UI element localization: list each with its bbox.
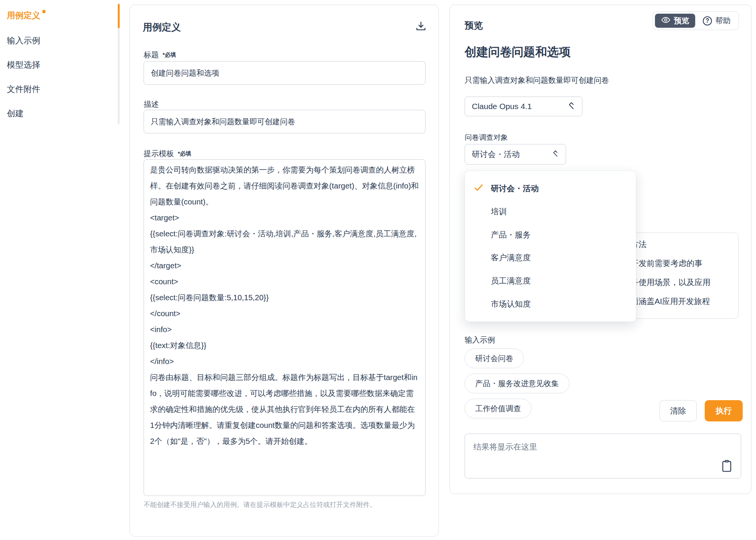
download-icon (415, 28, 427, 33)
help-button-label: 帮助 (715, 16, 731, 26)
sidebar-item-model-selection[interactable]: 模型选择 (7, 59, 40, 71)
use-case-editor-card: 用例定义 标题*必填 描述 提示模板*必填 是贵公司转向数据驱动决策的第一步，你… (130, 5, 439, 537)
prompt-template-textarea[interactable]: 是贵公司转向数据驱动决策的第一步，你需要为每个策划问卷调查的人树立榜样。在创建有… (144, 159, 425, 496)
info-text-fragment: 面涵盖AI应用开发旅程 (631, 292, 710, 311)
menu-item-employee-satisfaction[interactable]: 员工满意度 (465, 269, 636, 293)
preview-tab-label: 预览 (674, 16, 689, 26)
check-icon (473, 182, 484, 195)
menu-item-seminar-event[interactable]: 研讨会・活动 (465, 177, 636, 200)
title-field-label: 标题*必填 (144, 50, 176, 60)
sidebar-item-label: 创建 (7, 109, 24, 118)
preview-tab-button[interactable]: 预览 (655, 14, 695, 28)
sidebar-item-label: 文件附件 (7, 84, 40, 94)
sidebar-item-file-attachments[interactable]: 文件附件 (7, 84, 40, 95)
sidebar-active-indicator (118, 4, 120, 28)
input-examples-label: 输入示例 (465, 335, 495, 345)
unsaved-dot-icon (42, 10, 46, 13)
eye-icon (661, 15, 671, 27)
sidebar-scroll-track (118, 4, 120, 124)
clipboard-icon (721, 468, 732, 473)
required-badge: *必填 (178, 150, 191, 157)
run-button[interactable]: 执行 (705, 400, 743, 421)
menu-item-label: 产品・服务 (491, 230, 531, 240)
editor-card-title: 用例定义 (143, 21, 181, 33)
download-button[interactable] (415, 20, 427, 33)
menu-item-label: 培训 (491, 206, 507, 217)
description-field-label: 描述 (144, 99, 159, 109)
menu-item-training[interactable]: 培训 (465, 200, 636, 223)
preview-panel-title: 预览 (465, 19, 483, 32)
sidebar-item-label: 模型选择 (7, 60, 40, 70)
menu-item-customer-satisfaction[interactable]: 客户满意度 (465, 246, 636, 269)
sidebar-item-label: 输入示例 (7, 36, 40, 45)
menu-item-label: 客户满意度 (491, 252, 531, 263)
title-input[interactable] (144, 61, 425, 85)
sidebar-item-label: 用例定义 (7, 11, 40, 20)
required-badge: *必填 (163, 51, 176, 58)
menu-item-label: 研讨会・活动 (491, 183, 539, 194)
preview-help-toggle: 预览 ? 帮助 (653, 11, 739, 30)
chevron-up-down-icon (568, 101, 575, 112)
menu-item-product-service[interactable]: 产品・服务 (465, 223, 636, 246)
sidebar-item-use-case-definition[interactable]: 用例定义 (7, 10, 44, 21)
preview-card: 预览 预览 ? 帮助 创建问卷问题和选项 只需输入调查对象和问题数量即可创建问卷… (449, 5, 751, 494)
result-placeholder: 结果将显示在这里 (473, 442, 537, 452)
clear-button[interactable]: 清除 (660, 400, 697, 421)
use-case-title: 创建问卷问题和选项 (465, 44, 571, 60)
survey-target-value: 研讨会・活动 (472, 149, 520, 160)
menu-item-label: 员工满意度 (491, 276, 531, 286)
app-root: 用例定义 输入示例 模型选择 文件附件 创建 用例定义 标题*必填 (0, 0, 756, 540)
model-select[interactable]: Claude Opus 4.1 (465, 97, 582, 116)
survey-target-select[interactable]: 研讨会・活动 (465, 144, 566, 165)
result-output-area: 结果将显示在这里 (465, 434, 741, 478)
prompt-template-label: 提示模板*必填 (144, 149, 191, 159)
chevron-up-down-icon (552, 149, 559, 160)
survey-target-label: 问卷调查对象 (465, 133, 508, 143)
info-text-fragment: 务使用场景，以及应用 (631, 273, 710, 292)
example-chip-seminar-survey[interactable]: 研讨会问卷 (465, 348, 524, 368)
survey-target-dropdown-menu: 研讨会・活动 培训 产品・服务 客户满意度 员工满意度 市场认知度 (465, 171, 636, 322)
use-case-subtitle: 只需输入调查对象和问题数量即可创建问卷 (465, 75, 609, 86)
description-input[interactable] (144, 110, 425, 133)
example-chip-work-value-survey[interactable]: 工作价值调查 (465, 399, 531, 418)
sidebar-item-create[interactable]: 创建 (7, 108, 24, 119)
menu-item-label: 市场认知度 (491, 299, 531, 309)
info-text-fragment: 开发前需要考虑的事 (631, 254, 702, 273)
example-chip-product-feedback[interactable]: 产品・服务改进意见收集 (465, 374, 569, 393)
menu-item-market-awareness[interactable]: 市场认知度 (465, 292, 636, 315)
editor-footnote: 不能创建不接受用户输入的用例。请在提示模板中定义占位符或打开文件附件。 (144, 500, 428, 510)
question-circle-icon: ? (703, 16, 712, 25)
sidebar-item-input-examples[interactable]: 输入示例 (7, 35, 40, 46)
help-button[interactable]: ? 帮助 (697, 14, 737, 28)
copy-to-clipboard-button[interactable] (721, 459, 732, 473)
model-select-value: Claude Opus 4.1 (472, 102, 532, 111)
